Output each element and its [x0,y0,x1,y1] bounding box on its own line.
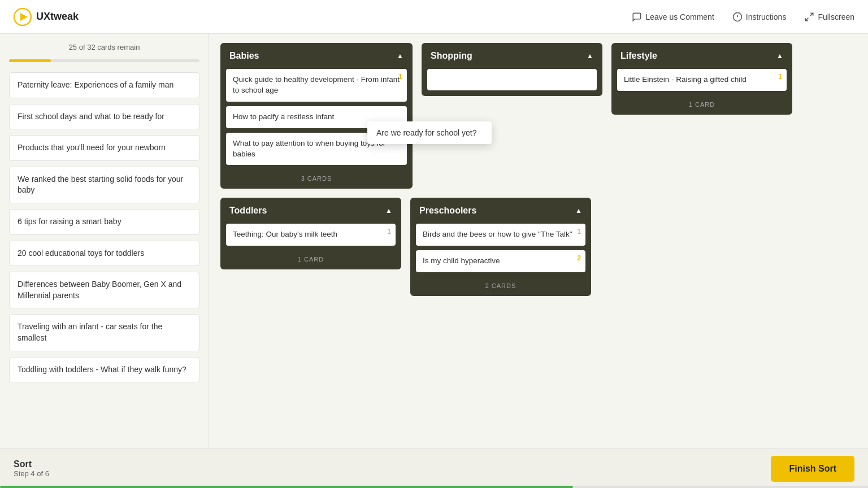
category-shopping-title: Shopping [431,51,472,61]
svg-marker-1 [20,13,28,21]
category-lifestyle: Lifestyle ▲ 1 Little Einstein - Raising … [611,43,792,115]
card-text: Is my child hyperactive [423,256,500,265]
list-item[interactable]: Toddling with toddlers - What if they wa… [9,357,199,383]
category-toddlers-header[interactable]: Toddlers ▲ [220,198,401,224]
progress-bar-fill [9,59,51,62]
progress-bar [9,59,199,62]
category-babies-header[interactable]: Babies ▲ [220,43,413,69]
category-toddlers: Toddlers ▲ 1 Teething: Our baby's milk t… [220,198,401,269]
instructions-label: Instructions [746,12,787,21]
footer-progress-fill [0,486,573,488]
fullscreen-btn[interactable]: Fullscreen [804,12,854,22]
footer-left: Sort Step 4 of 6 [14,459,49,478]
columns-row-1: Babies ▲ 1 Quick guide to healthy develo… [220,43,857,189]
category-shopping: Shopping ▲ [422,43,602,96]
table-row[interactable]: 1 Birds and the bees or how to give "The… [416,224,585,246]
list-item[interactable]: Traveling with an infant - car seats for… [9,314,199,351]
header-nav: Leave us Comment Instructions Fullscreen [632,12,854,22]
toddlers-caret-icon: ▲ [385,207,392,215]
category-preschoolers-title: Preschoolers [419,206,476,216]
main-content: 25 of 32 cards remain Paternity leave: E… [0,34,868,448]
logo-text: UXtweak [36,11,79,23]
columns-row-2: Toddlers ▲ 1 Teething: Our baby's milk t… [220,198,857,296]
card-number: 1 [778,72,782,82]
step-label: Step 4 of 6 [14,469,49,478]
category-preschoolers-header[interactable]: Preschoolers ▲ [410,198,591,224]
left-panel: 25 of 32 cards remain Paternity leave: E… [0,34,209,448]
preschoolers-caret-icon: ▲ [575,207,582,215]
lifestyle-cards: 1 Little Einstein - Raising a gifted chi… [611,69,792,97]
list-item[interactable]: Products that you'll need for your newbo… [9,135,199,161]
fullscreen-label: Fullscreen [818,12,854,21]
logo: UXtweak [14,8,79,26]
babies-count: 3 CARDS [220,171,413,189]
list-item[interactable]: First school days and what to be ready f… [9,104,199,130]
babies-cards: 1 Quick guide to healthy development - F… [220,69,413,171]
list-item[interactable]: 20 cool educational toys for toddlers [9,241,199,267]
toddlers-cards: 1 Teething: Our baby's milk teeth [220,224,401,251]
category-babies-title: Babies [229,51,259,61]
card-text: Quick guide to healthy development - Fro… [233,75,400,94]
svg-line-5 [810,13,813,16]
footer-progress-bar [0,486,868,488]
logo-icon [14,8,32,26]
card-number: 2 [577,254,581,263]
footer: Sort Step 4 of 6 Finish Sort [0,448,868,488]
list-item[interactable]: 6 tips for raising a smart baby [9,209,199,235]
info-icon [732,12,743,22]
card-text: Birds and the bees or how to give "The T… [423,230,572,238]
card-text: Teething: Our baby's milk teeth [233,230,337,238]
cards-remain: 25 of 32 cards remain [9,43,199,51]
lifestyle-caret-icon: ▲ [776,52,783,60]
sort-area: Are we ready for school yet? Babies ▲ 1 … [209,34,868,448]
category-lifestyle-header[interactable]: Lifestyle ▲ [611,43,792,69]
fullscreen-icon [804,12,814,22]
list-item[interactable]: Paternity leave: Experiences of a family… [9,72,199,98]
table-row[interactable]: 1 Little Einstein - Raising a gifted chi… [617,69,787,91]
table-row[interactable]: 2 Is my child hyperactive [416,250,585,272]
instructions-btn[interactable]: Instructions [732,12,787,22]
shopping-caret-icon: ▲ [587,52,593,60]
comment-icon [632,12,642,22]
card-text: Little Einstein - Raising a gifted child [624,75,747,84]
floating-card[interactable]: Are we ready for school yet? [367,121,492,144]
category-lifestyle-title: Lifestyle [620,51,657,61]
category-toddlers-title: Toddlers [229,206,267,216]
finish-sort-button[interactable]: Finish Sort [771,456,854,482]
list-item[interactable]: We ranked the best starting solid foods … [9,167,199,203]
leave-comment-btn[interactable]: Leave us Comment [632,12,714,22]
shopping-empty-slot[interactable] [427,69,597,90]
sort-label: Sort [14,459,49,469]
preschoolers-cards: 1 Birds and the bees or how to give "The… [410,224,591,278]
babies-caret-icon: ▲ [397,52,403,60]
card-text: What to pay attention to when buying toy… [233,139,385,158]
leave-comment-label: Leave us Comment [645,12,714,21]
header: UXtweak Leave us Comment Instructions Fu… [0,0,868,34]
lifestyle-count: 1 CARD [611,97,792,115]
list-item[interactable]: Differences between Baby Boomer, Gen X a… [9,272,199,308]
card-number: 1 [577,227,581,237]
preschoolers-count: 2 CARDS [410,278,591,296]
table-row[interactable]: 1 Teething: Our baby's milk teeth [226,224,396,246]
toddlers-count: 1 CARD [220,251,401,269]
category-babies: Babies ▲ 1 Quick guide to healthy develo… [220,43,413,189]
table-row[interactable]: 1 Quick guide to healthy development - F… [226,69,407,102]
category-preschoolers: Preschoolers ▲ 1 Birds and the bees or h… [410,198,591,296]
category-shopping-header[interactable]: Shopping ▲ [422,43,602,69]
footer-wrapper: Sort Step 4 of 6 Finish Sort [0,448,868,488]
svg-line-6 [806,18,809,20]
card-number: 1 [398,72,402,82]
floating-card-text: Are we ready for school yet? [376,128,476,137]
card-text: How to pacify a restless infant [233,112,334,121]
card-number: 1 [387,227,391,237]
